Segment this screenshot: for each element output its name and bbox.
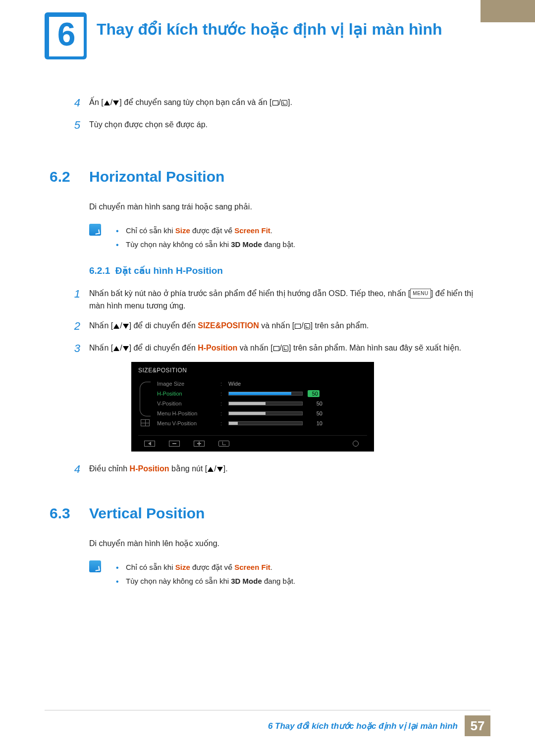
down-triangle-icon	[217, 467, 223, 472]
text: ] trên sản phẩm. Màn hình sau đây sẽ xuấ…	[289, 344, 461, 352]
text: ] để di chuyển đến	[129, 321, 198, 330]
osd-colon: :	[220, 401, 224, 406]
osd-colon: :	[220, 391, 224, 397]
text-highlight: Size	[175, 563, 190, 571]
text: và nhấn [	[259, 321, 294, 330]
text: đang bật.	[262, 240, 295, 249]
decorative-band	[481, 0, 535, 22]
osd-rows: Image Size:WideH-Position:50V-Position:5…	[157, 379, 367, 428]
text: ] để chuyển sang tùy chọn bạn cần và ấn …	[119, 98, 271, 106]
section-number: 6.2	[50, 168, 89, 185]
osd-bar	[228, 421, 303, 425]
osd-row-number: 50	[308, 401, 322, 406]
osd-bar-fill	[229, 422, 238, 425]
return-icon	[281, 100, 287, 106]
text-highlight: H-Position	[198, 344, 237, 352]
text: Chỉ có sẵn khi	[126, 563, 175, 571]
step-text: Nhấn [/] để di chuyển đến H-Position và …	[89, 340, 481, 354]
text: được đặt về	[190, 226, 235, 235]
osd-bar-wrap: 50	[228, 401, 367, 406]
up-triangle-icon	[208, 467, 214, 472]
step-4: 4 Điều chỉnh H-Position bằng nút [/].	[50, 460, 481, 478]
page-content: 4 Ấn [/] để chuyển sang tùy chọn bạn cần…	[50, 94, 481, 599]
text: bằng nút [	[169, 464, 208, 473]
osd-return-icon	[218, 441, 229, 447]
text: Tùy chọn này không có sẵn khi	[126, 577, 231, 585]
note-icon	[89, 224, 101, 236]
osd-bar-wrap: 50	[228, 410, 367, 416]
note-icon	[89, 560, 101, 572]
osd-bar	[228, 402, 303, 405]
down-triangle-icon	[123, 346, 129, 351]
osd-bar-fill	[229, 392, 291, 395]
up-triangle-icon	[113, 324, 119, 329]
osd-grid-icon	[141, 419, 150, 426]
osd-colon: :	[220, 381, 224, 387]
step-number: 4	[50, 460, 89, 478]
text: ].	[223, 464, 228, 473]
section-title: Vertical Position	[89, 505, 205, 522]
text: ].	[288, 98, 292, 106]
text-highlight: Size	[175, 226, 190, 235]
page-footer: 6 Thay đổi kích thước hoặc định vị lại m…	[45, 710, 490, 736]
square-icon	[273, 346, 279, 351]
step-text: Nhấn bất kỳ nút nào ở phía trước sản phẩ…	[89, 285, 481, 312]
intro-step-4: 4 Ấn [/] để chuyển sang tùy chọn bạn cần…	[50, 94, 481, 111]
text-bold: 3D Mode	[231, 577, 262, 585]
chapter-number: 6	[57, 18, 76, 50]
osd-colon: :	[220, 410, 224, 416]
text-highlight: SIZE&POSITION	[198, 321, 259, 330]
subsection-6-2-1: 6.2.1 Đặt cấu hình H-Position	[89, 265, 481, 276]
up-triangle-icon	[113, 346, 119, 351]
text: Tùy chọn này không có sẵn khi	[126, 240, 231, 249]
subsection-number: 6.2.1	[89, 265, 110, 276]
osd-row-label: Image Size	[157, 381, 216, 387]
section-title: Horizontal Position	[89, 168, 224, 185]
osd-bar-fill	[229, 412, 266, 415]
text: Chỉ có sẵn khi	[126, 226, 175, 235]
osd-bar-wrap: 50	[228, 390, 367, 397]
note-block: Chỉ có sẵn khi Size được đặt về Screen F…	[89, 224, 481, 252]
note-list: Chỉ có sẵn khi Size được đặt về Screen F…	[116, 224, 481, 252]
text: Ấn [	[89, 98, 104, 106]
osd-row-label: Menu H-Position	[157, 410, 216, 416]
footer-page-number: 57	[465, 715, 490, 736]
step-3: 3 Nhấn [/] để di chuyển đến H-Position v…	[50, 340, 481, 357]
text: ] trên sản phẩm.	[311, 321, 369, 330]
return-icon	[282, 346, 288, 352]
note-block: Chỉ có sẵn khi Size được đặt về Screen F…	[89, 560, 481, 589]
section-6-2-header: 6.2 Horizontal Position	[50, 168, 481, 185]
step-number: 1	[50, 285, 89, 302]
text-highlight: Screen Fit	[234, 226, 270, 235]
text: và nhấn [	[237, 344, 272, 352]
osd-row: V-Position:50	[157, 399, 367, 408]
section-description: Di chuyển màn hình lên hoặc xuống.	[89, 537, 481, 550]
step-text: Tùy chọn được chọn sẽ được áp.	[89, 116, 481, 131]
section-description: Di chuyển màn hình sang trái hoặc sang p…	[89, 200, 481, 213]
osd-bar-wrap: 10	[228, 420, 367, 426]
section-number: 6.3	[50, 505, 89, 522]
osd-row-label: H-Position	[157, 391, 216, 397]
osd-power-icon	[350, 441, 361, 447]
step-text: Điều chỉnh H-Position bằng nút [/].	[89, 460, 481, 475]
osd-row: Menu H-Position:50	[157, 408, 367, 418]
step-number: 3	[50, 340, 89, 357]
osd-row: H-Position:50	[157, 389, 367, 399]
osd-row-number: 10	[308, 420, 322, 426]
note-item: Tùy chọn này không có sẵn khi 3D Mode đa…	[116, 238, 481, 252]
osd-footer	[138, 435, 367, 448]
text: Nhấn [	[89, 344, 113, 352]
text: Nhấn [	[89, 321, 113, 330]
section-6-3-header: 6.3 Vertical Position	[50, 505, 481, 522]
square-icon	[272, 101, 278, 105]
osd-bar	[228, 392, 303, 396]
chapter-badge: 6	[45, 12, 87, 59]
up-triangle-icon	[104, 101, 110, 105]
text-bold: 3D Mode	[231, 240, 262, 249]
osd-plus-icon	[194, 441, 205, 447]
note-item: Chỉ có sẵn khi Size được đặt về Screen F…	[116, 560, 481, 575]
osd-row-value: Wide	[228, 381, 258, 387]
osd-colon: :	[220, 420, 224, 426]
osd-row-number: 50	[308, 390, 320, 397]
step-number: 2	[50, 317, 89, 335]
